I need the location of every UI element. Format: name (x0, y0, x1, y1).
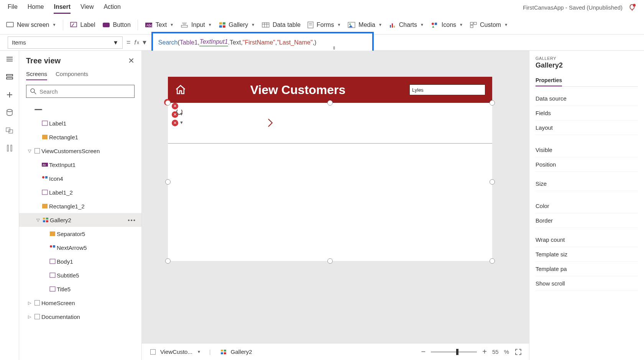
chevron-down-icon[interactable]: ▼ (179, 112, 184, 116)
resize-handle[interactable] (165, 179, 171, 185)
resize-handle[interactable] (165, 258, 171, 264)
node-rectangle1[interactable]: Rectangle1 (19, 130, 141, 144)
zoom-in-button[interactable]: + (482, 347, 487, 356)
menu-file[interactable]: File (8, 1, 18, 14)
resize-handle[interactable] (327, 258, 333, 264)
prop-color[interactable]: Color (536, 199, 638, 213)
data-icon[interactable] (6, 109, 13, 117)
node-subtitle5[interactable]: Subtitle5 (19, 268, 141, 282)
formula-input[interactable]: Search(Table1, TextInput1.Text, "FirstNa… (151, 32, 374, 53)
tools-icon[interactable] (6, 144, 13, 152)
resize-handle[interactable] (490, 258, 495, 264)
button-button[interactable]: Button (102, 21, 131, 28)
node-icon4[interactable]: Icon4 (19, 172, 141, 185)
forms-button[interactable]: Forms▼ (307, 21, 341, 28)
prop-position[interactable]: Position (536, 157, 638, 172)
control-name[interactable]: Gallery2 (536, 61, 638, 69)
input-button[interactable]: Input▼ (181, 21, 212, 28)
property-selector[interactable]: Items ▼ (8, 36, 123, 49)
text-button[interactable]: Abc Text▼ (145, 21, 174, 28)
breadcrumb-gallery[interactable]: Gallery2 (219, 348, 252, 355)
node-title5[interactable]: Title5 (19, 282, 141, 296)
tree-collapse-bar[interactable] (19, 102, 141, 116)
search-textinput[interactable]: Lyles (409, 84, 485, 95)
tab-properties[interactable]: Properties (536, 75, 562, 86)
node-body1[interactable]: Body1 (19, 254, 141, 268)
resize-handle[interactable] (490, 100, 495, 106)
menu-home[interactable]: Home (28, 1, 44, 14)
svg-rect-54 (46, 218, 48, 220)
error-badge-icon[interactable]: ✕ (172, 120, 178, 126)
chevron-down-icon[interactable]: ▽ (34, 218, 41, 223)
node-label1-2[interactable]: Label1_2 (19, 185, 141, 199)
app-title: FirstCanvasApp - Saved (Unpublished) (523, 4, 623, 11)
svg-rect-63 (221, 350, 223, 352)
tree-search-input[interactable] (39, 88, 130, 95)
prop-layout[interactable]: Layout (536, 121, 638, 135)
icons-button[interactable]: Icons▼ (431, 21, 463, 28)
breadcrumb-screen[interactable]: ViewCusto... ▼ (149, 348, 201, 355)
node-separator5[interactable]: Separator5 (19, 227, 141, 241)
fit-to-window-icon[interactable] (514, 348, 522, 356)
label-button[interactable]: Label (70, 21, 95, 28)
tab-components[interactable]: Components (56, 68, 88, 80)
prop-template-size[interactable]: Template siz (536, 247, 638, 262)
chevron-down-icon[interactable]: ▼ (197, 350, 201, 354)
gallery-button[interactable]: Gallery▼ (219, 21, 255, 28)
chevron-down-icon[interactable]: ▼ (179, 120, 184, 125)
new-screen-button[interactable]: New screen▼ (6, 21, 56, 28)
prop-visible[interactable]: Visible (536, 143, 638, 157)
node-viewcustomersscreen[interactable]: ▽ ViewCustomersScreen (19, 144, 141, 158)
menu-view[interactable]: View (80, 1, 94, 14)
tree-search-box[interactable] (26, 85, 135, 98)
node-homescreen[interactable]: ▷ HomeScreen (19, 296, 141, 310)
node-documentation[interactable]: ▷ Documentation (19, 310, 141, 324)
prop-fields[interactable]: Fields (536, 106, 638, 121)
home-icon[interactable] (175, 84, 186, 96)
screen-checkbox[interactable] (34, 300, 40, 306)
more-icon[interactable]: ••• (128, 217, 136, 223)
resize-vertical-icon[interactable]: ⇕ (332, 46, 336, 51)
prop-wrap-count[interactable]: Wrap count (536, 233, 638, 247)
fx-icon[interactable]: fx▼ (135, 39, 148, 46)
chevron-right-icon[interactable] (267, 117, 274, 128)
node-label: Label1_2 (49, 189, 73, 196)
prop-template-padding[interactable]: Template pa (536, 262, 638, 276)
chevron-down-icon[interactable]: ▽ (26, 149, 33, 154)
screen-checkbox[interactable] (34, 314, 40, 319)
chevron-right-icon[interactable]: ▷ (26, 301, 33, 306)
custom-button[interactable]: Custom▼ (470, 21, 508, 28)
prop-size[interactable]: Size (536, 177, 638, 191)
resize-handle[interactable] (490, 179, 495, 185)
datatable-button[interactable]: Data table (262, 21, 301, 28)
error-badge-icon[interactable]: ✕ (172, 103, 178, 109)
menu-action[interactable]: Action (104, 1, 120, 14)
menu-insert[interactable]: Insert (54, 1, 71, 14)
prop-data-source[interactable]: Data source (536, 91, 638, 106)
zoom-out-button[interactable]: − (421, 347, 426, 356)
charts-button[interactable]: Charts▼ (389, 21, 424, 28)
node-rectangle1-2[interactable]: Rectangle1_2 (19, 199, 141, 213)
chevron-right-icon[interactable]: ▷ (26, 314, 33, 319)
screen-viewcustomers[interactable]: View Customers Lyles ✕ ✕ ✕ ✕ ▼ (168, 77, 492, 261)
node-gallery2[interactable]: ▽ Gallery2 ••• (19, 213, 141, 227)
add-icon[interactable] (6, 91, 13, 98)
node-nextarrow5[interactable]: NextArrow5 (19, 241, 141, 254)
media-button[interactable]: Media▼ (348, 21, 382, 28)
screen-checkbox[interactable] (34, 148, 40, 154)
resize-handle[interactable] (165, 100, 171, 106)
gallery-template-row[interactable] (168, 103, 492, 144)
close-icon[interactable]: ✕ (128, 56, 135, 65)
gallery2-selection[interactable]: ✕ ✕ ✕ ✕ ▼ ▼ (168, 103, 492, 261)
prop-show-scrollbar[interactable]: Show scroll (536, 276, 638, 291)
media-icon[interactable] (6, 127, 13, 134)
node-label1[interactable]: Label1 (19, 116, 141, 130)
tab-screens[interactable]: Screens (26, 68, 47, 80)
diagnostics-icon[interactable] (628, 3, 636, 12)
tree-view-icon[interactable] (6, 73, 13, 81)
prop-border[interactable]: Border (536, 213, 638, 228)
zoom-slider[interactable] (431, 351, 477, 353)
hamburger-icon[interactable] (6, 56, 13, 62)
node-textinput1[interactable]: Ab TextInput1 (19, 158, 141, 172)
resize-handle[interactable] (327, 100, 333, 106)
